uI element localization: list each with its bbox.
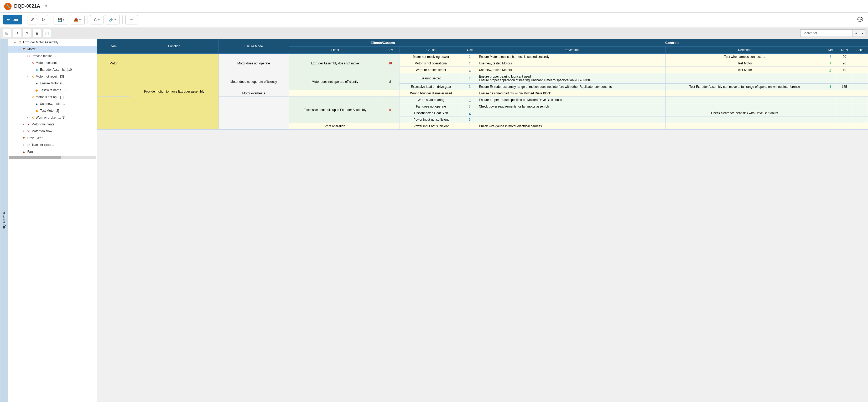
occ-link[interactable]: 5 xyxy=(469,118,471,121)
cell-detection xyxy=(665,123,824,130)
edit-button[interactable]: ✏ Edit xyxy=(3,15,22,25)
tree-item-motor-overheats[interactable]: + ✕ Motor overheats xyxy=(8,121,97,128)
search-input[interactable] xyxy=(800,29,853,37)
cell-detection xyxy=(665,116,824,123)
col-header-controls-group: Controls xyxy=(477,39,868,47)
tree-toggle[interactable]: − xyxy=(26,75,29,78)
tree-toggle[interactable]: + xyxy=(22,130,25,133)
cell-action xyxy=(852,123,868,130)
occ-link[interactable]: 2 xyxy=(469,68,471,72)
occ-link[interactable]: 3 xyxy=(469,55,471,59)
occ-link[interactable]: 3 xyxy=(469,105,471,108)
redo-button[interactable]: ↻ xyxy=(39,15,48,25)
tree-label: Motor does not ... xyxy=(36,61,60,65)
tree-toggle[interactable]: + xyxy=(26,116,29,119)
x-icon: ✕ xyxy=(26,122,31,127)
x-icon: ✕ xyxy=(26,129,31,134)
diamond-icon: ◆ xyxy=(34,88,39,92)
tree-toggle[interactable]: − xyxy=(26,96,29,98)
flag-icon[interactable]: ⚑ xyxy=(44,4,48,9)
save-button[interactable]: 💾 ▾ xyxy=(54,15,68,25)
print-button[interactable]: 🖨 xyxy=(33,29,41,37)
det-link[interactable]: 5 xyxy=(829,85,831,89)
search-up-button[interactable]: ∧ xyxy=(853,29,859,37)
tree-label: Fan xyxy=(27,150,33,153)
occ-link[interactable]: 1 xyxy=(469,61,471,65)
tree-label: Extruder Assemb... [10 xyxy=(40,68,72,71)
cell-sev: 10 xyxy=(381,54,399,74)
circle-icon: ● xyxy=(34,102,39,106)
more-button[interactable]: ··· xyxy=(125,15,138,25)
cell-occ xyxy=(463,123,477,130)
cell-function: Provide motion to move Extruder assembly xyxy=(130,54,218,130)
tree-label: Test Motor [2] xyxy=(40,109,59,113)
grid-view-button[interactable]: ⊞ xyxy=(3,29,11,37)
tree-toggle[interactable]: + xyxy=(17,150,21,153)
tree-item-extruder-motor-assembly[interactable]: − ⚙ Extruder Motor Assembly xyxy=(8,39,97,46)
cell-det: 2 xyxy=(824,67,837,74)
tree-item-worn-or-broken[interactable]: + ✕ Worn or broken ... [2] xyxy=(8,114,97,121)
export-button[interactable]: 📤 ▾ xyxy=(70,15,85,25)
secondary-toolbar: ⊞ ↺ ↻ 🖨 📊 ∧ ∨ xyxy=(0,27,868,39)
tree-item-provide-motion[interactable]: − ↻ Provide motion ... xyxy=(8,53,97,59)
search-down-button[interactable]: ∨ xyxy=(859,29,865,37)
tree-item-motor-is-not-op[interactable]: − ✕ Motor is not op... [1] xyxy=(8,94,97,100)
cell-item xyxy=(97,123,130,130)
tree-toggle[interactable]: + xyxy=(22,144,25,146)
tree-item-ensure-motor-el[interactable]: ● Ensure Motor el... xyxy=(8,80,97,87)
cell-rpn xyxy=(837,110,852,116)
cell-rpn: 135 xyxy=(837,84,852,90)
det-link[interactable]: 2 xyxy=(829,61,831,65)
cell-cause: Bearing seized xyxy=(399,74,463,84)
tree-item-drive-gear[interactable]: − ⚙ Drive Gear xyxy=(8,135,97,141)
col-header-failure-mode: Failure Mode xyxy=(218,39,289,54)
connect-icon: ⬡ xyxy=(94,18,97,22)
tree-item-motor-not-recei[interactable]: − ✕ Motor not recei... [3] xyxy=(8,73,97,80)
det-link[interactable]: 3 xyxy=(829,55,831,59)
tree-toggle[interactable]: − xyxy=(26,61,29,64)
cell-rpn: 90 xyxy=(837,54,852,60)
tree-item-extruder-assemb[interactable]: ◆ Extruder Assemb... [10 xyxy=(8,66,97,73)
occ-link[interactable]: 2 xyxy=(469,77,471,80)
cell-rpn xyxy=(837,103,852,110)
connect-arrow-icon: ▾ xyxy=(98,19,99,21)
comment-button[interactable]: 💬 xyxy=(856,15,865,25)
cell-occ: 3 xyxy=(463,84,477,90)
tree-item-transfer-circul[interactable]: + ↻ Transfer circul... xyxy=(8,141,97,148)
tree-item-fan[interactable]: + ⚙ Fan xyxy=(8,148,97,155)
col-header-detection: Detection xyxy=(665,47,824,54)
tree-toggle[interactable]: − xyxy=(17,48,21,51)
cell-action xyxy=(852,67,868,74)
export2-button[interactable]: 📊 xyxy=(42,29,51,37)
tree-toggle[interactable]: − xyxy=(17,137,21,140)
connect-button[interactable]: ⬡ ▾ xyxy=(90,15,103,25)
undo2-button[interactable]: ↺ xyxy=(12,29,21,37)
tree-toggle[interactable]: + xyxy=(22,123,25,126)
tree-toggle[interactable]: − xyxy=(22,55,25,58)
tree-item-motor[interactable]: − ⚙ Motor xyxy=(8,46,97,53)
tree-item-test-wire-harne[interactable]: ◆ Test wire harne... [ xyxy=(8,87,97,94)
main-toolbar: ✏ Edit ↺ ↻ 💾 ▾ 📤 ▾ ⬡ ▾ 🔗 ▾ ··· 💬 xyxy=(0,12,868,27)
cycle-icon: ↻ xyxy=(26,143,31,147)
occ-link[interactable]: 3 xyxy=(469,85,471,89)
share-button[interactable]: 🔗 ▾ xyxy=(105,15,120,25)
cell-sev xyxy=(381,90,399,97)
redo2-button[interactable]: ↻ xyxy=(23,29,31,37)
col-header-item: Item xyxy=(97,39,130,54)
tree-label: Worn or broken ... [2] xyxy=(36,116,65,119)
occ-link[interactable]: 1 xyxy=(469,98,471,102)
cell-prevention: Use new, tested Motors xyxy=(477,67,665,74)
toolbar-separator-1 xyxy=(25,16,25,24)
tree-item-motor-too-slow[interactable]: + ✕ Motor too slow xyxy=(8,128,97,135)
gear-icon: ⚙ xyxy=(22,47,27,52)
col-header-action: Actio xyxy=(852,47,868,54)
tree-item-use-new-tested[interactable]: ● Use new, tested... xyxy=(8,100,97,107)
undo-button[interactable]: ↺ xyxy=(28,15,37,25)
tree-item-test-motor[interactable]: ◆ Test Motor [2] xyxy=(8,107,97,114)
occ-link[interactable]: 2 xyxy=(469,111,471,115)
tree-label: Use new, tested... xyxy=(40,102,65,106)
cell-failure-mode: Motor does not operate efficiently xyxy=(218,74,289,90)
det-link[interactable]: 2 xyxy=(829,68,831,72)
tree-toggle[interactable]: − xyxy=(13,41,17,44)
tree-item-motor-does-not[interactable]: − ✕ Motor does not ... xyxy=(8,59,97,66)
